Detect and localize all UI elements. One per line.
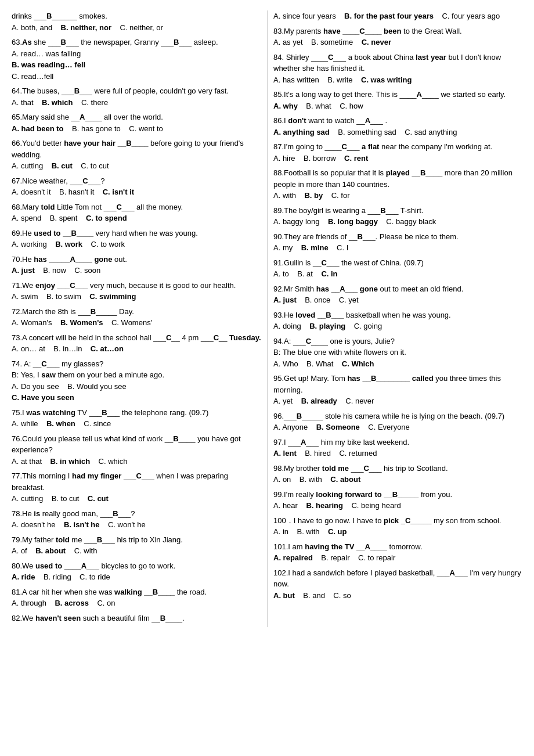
q64-opts: A. that B. which C. there bbox=[12, 97, 261, 109]
q80-item: 80.We used to ____A___ bicycles to go to… bbox=[12, 560, 261, 583]
q88-item: 88.Football is so popular that it is pla… bbox=[273, 167, 522, 201]
q69-item: 69.He used to __B____ very hard when he … bbox=[12, 228, 261, 250]
q86-text: 86.I don't want to watch __A___ . bbox=[273, 115, 522, 127]
q102-item: 102.I had a sandwich before I played bas… bbox=[273, 567, 522, 602]
q100-item: 100．I have to go now. I have to pick _C_… bbox=[273, 515, 522, 538]
q88-text: 88.Football is so popular that it is pla… bbox=[273, 167, 522, 190]
q73-opts: A. on… at B. in…in C. at…on bbox=[12, 343, 261, 355]
q102-text: 102.I had a sandwich before I played bas… bbox=[273, 567, 522, 590]
q80-opts: A. ride B. riding C. to ride bbox=[12, 571, 261, 583]
q86-item: 86.I don't want to watch __A___ . A. any… bbox=[273, 115, 522, 138]
q96-item: 96.___B_____ stole his camera while he i… bbox=[273, 411, 522, 433]
q91-opts: A. to B. at C. in bbox=[273, 268, 522, 280]
q79-opts: A. of B. about C. with bbox=[12, 545, 261, 557]
q95-opts: A. yet B. already C. never bbox=[273, 395, 522, 407]
q70-item: 70.He has _____A____ gone out. A. just B… bbox=[12, 254, 261, 276]
q92-text: 92.Mr Smith has __A___ gone out to meet … bbox=[273, 283, 522, 295]
q78-opts: A. doesn't he B. isn't he C. won't he bbox=[12, 519, 261, 531]
q74-opt1: A. Do you see B. Would you see bbox=[12, 381, 261, 393]
q88-opts: A. with B. by C. for bbox=[273, 190, 522, 201]
q102-opts: A. but B. and C. so bbox=[273, 590, 522, 602]
q70-opts: A. just B. now C. soon bbox=[12, 265, 261, 276]
q82-opts-item: A. since four years B. for the past four… bbox=[273, 10, 522, 22]
q74-opt2: C. Have you seen bbox=[12, 392, 261, 404]
q77-text: 77.This morning I had my finger ___C___ … bbox=[12, 470, 261, 493]
q72-opts: A. Woman's B. Women's C. Womens' bbox=[12, 317, 261, 329]
q65-text: 65.Mary said she __A____ all over the wo… bbox=[12, 111, 261, 123]
q74-item: 74. A: __C___ my glasses? B: Yes, I saw … bbox=[12, 358, 261, 404]
q63-opt2: B. was reading… fell bbox=[12, 59, 261, 71]
q93-item: 93.He loved __B___ basketball when he wa… bbox=[273, 309, 522, 332]
q63-opt3: C. read…fell bbox=[12, 71, 261, 82]
q98-item: 98.My brother told me ___C___ his trip t… bbox=[273, 463, 522, 485]
q74-sub: B: Yes, I saw them on your bed a minute … bbox=[12, 369, 261, 381]
q83-item: 83.My parents have ____C____ been to the… bbox=[273, 26, 522, 48]
q79-item: 79.My father told me ___B___ his trip to… bbox=[12, 534, 261, 557]
q84-text: 84. Shirley ____C___ a book about China … bbox=[273, 52, 522, 74]
q99-item: 99.I'm really looking forward to __B____… bbox=[273, 489, 522, 512]
q84-opts: A. has written B. write C. was writing bbox=[273, 74, 522, 86]
q68-text: 68.Mary told Little Tom not ___C___ all … bbox=[12, 201, 261, 213]
q65-opts: A. had been to B. has gone to C. went to bbox=[12, 123, 261, 135]
q99-opts: A. hear B. hearing C. being heard bbox=[273, 500, 522, 512]
q83-opts: A. as yet B. sometime C. never bbox=[273, 37, 522, 48]
q81-opts: A. through B. across C. on bbox=[12, 597, 261, 609]
q96-text: 96.___B_____ stole his camera while he i… bbox=[273, 411, 522, 422]
q76-item: 76.Could you please tell us what kind of… bbox=[12, 433, 261, 467]
q94-item: 94.A: ___C____ one is yours, Julie? B: T… bbox=[273, 336, 522, 370]
q93-opts: A. doing B. playing C. going bbox=[273, 321, 522, 332]
q64-text: 64.The buses, ___B___ were full of peopl… bbox=[12, 85, 261, 97]
q76-opts: A. at that B. in which C. which bbox=[12, 456, 261, 467]
q73-item: 73.A concert will be held in the school … bbox=[12, 332, 261, 355]
q82-text: 82.We haven't seen such a beautiful film… bbox=[12, 613, 261, 624]
q97-text: 97.I ___A___ him my bike last weekend. bbox=[273, 437, 522, 448]
q80-text: 80.We used to ____A___ bicycles to go to… bbox=[12, 560, 261, 572]
q71-text: 71.We enjoy ___C___ very much, because i… bbox=[12, 280, 261, 291]
q95-text: 95.Get up! Mary. Tom has __B________ cal… bbox=[273, 373, 522, 395]
q101-opts: A. repaired B. repair C. to repair bbox=[273, 552, 522, 564]
q98-text: 98.My brother told me ___C___ his trip t… bbox=[273, 463, 522, 474]
q87-item: 87.I'm going to ____C___ a flat near the… bbox=[273, 141, 522, 164]
q90-text: 90.They are friends of __B___. Please be… bbox=[273, 231, 522, 243]
q97-item: 97.I ___A___ him my bike last weekend. A… bbox=[273, 437, 522, 459]
q79-text: 79.My father told me ___B___ his trip to… bbox=[12, 534, 261, 546]
q83-text: 83.My parents have ____C____ been to the… bbox=[273, 26, 522, 37]
q89-item: 89.The boy/girl is wearing a ___B___ T-s… bbox=[273, 205, 522, 228]
q63-opt1: A. read… was falling bbox=[12, 48, 261, 60]
q90-opts: A. my B. mine C. I bbox=[273, 242, 522, 254]
q101-item: 101.I am having the TV __A____ tomorrow.… bbox=[273, 541, 522, 564]
q85-opts: A. why B. what C. how bbox=[273, 100, 522, 112]
q94-opts: A. Who B. What C. Which bbox=[273, 358, 522, 370]
intro-options: A. both, and B. neither, nor C. neither,… bbox=[12, 22, 261, 34]
q64-item: 64.The buses, ___B___ were full of peopl… bbox=[12, 85, 261, 108]
q75-opts: A. while B. when C. since bbox=[12, 418, 261, 430]
q76-text: 76.Could you please tell us what kind of… bbox=[12, 433, 261, 456]
q73-text: 73.A concert will be held in the school … bbox=[12, 332, 261, 344]
q85-text: 85.It's a long way to get there. This is… bbox=[273, 89, 522, 100]
q97-opts: A. lent B. hired C. returned bbox=[273, 448, 522, 459]
q75-item: 75.I was watching TV ___B___ the telepho… bbox=[12, 407, 261, 430]
q63-item: 63.As she ___B___ the newspaper, Granny … bbox=[12, 37, 261, 82]
q67-text: 67.Nice weather, ___C___? bbox=[12, 175, 261, 187]
q72-text: 72.March the 8th is ___B_____ Day. bbox=[12, 306, 261, 318]
q67-item: 67.Nice weather, ___C___? A. doesn't it … bbox=[12, 175, 261, 198]
q75-text: 75.I was watching TV ___B___ the telepho… bbox=[12, 407, 261, 419]
q87-text: 87.I'm going to ____C___ a flat near the… bbox=[273, 141, 522, 153]
intro-text: drinks ___B______ smokes. bbox=[12, 10, 261, 22]
q66-text: 66.You'd better have your hair __B____ b… bbox=[12, 138, 261, 160]
q81-text: 81.A car hit her when she was walking __… bbox=[12, 586, 261, 598]
q96-opts: A. Anyone B. Someone C. Everyone bbox=[273, 422, 522, 433]
q65-item: 65.Mary said she __A____ all over the wo… bbox=[12, 111, 261, 134]
q77-item: 77.This morning I had my finger ___C___ … bbox=[12, 470, 261, 505]
q94-sub: B: The blue one with white flowers on it… bbox=[273, 347, 522, 358]
q77-opts: A. cutting B. to cut C. cut bbox=[12, 493, 261, 505]
q68-opts: A. spend B. spent C. to spend bbox=[12, 213, 261, 224]
q86-opts: A. anything sad B. something sad C. sad … bbox=[273, 127, 522, 138]
q81-item: 81.A car hit her when she was walking __… bbox=[12, 586, 261, 609]
q82-item: 82.We haven't seen such a beautiful film… bbox=[12, 613, 261, 624]
main-content: drinks ___B______ smokes. A. both, and B… bbox=[12, 10, 522, 627]
q85-item: 85.It's a long way to get there. This is… bbox=[273, 89, 522, 111]
q78-text: 78.He is really good man, ___B___? bbox=[12, 508, 261, 520]
q91-item: 91.Guilin is __C___ the west of China. (… bbox=[273, 257, 522, 280]
q98-opts: A. on B. with C. about bbox=[273, 474, 522, 485]
